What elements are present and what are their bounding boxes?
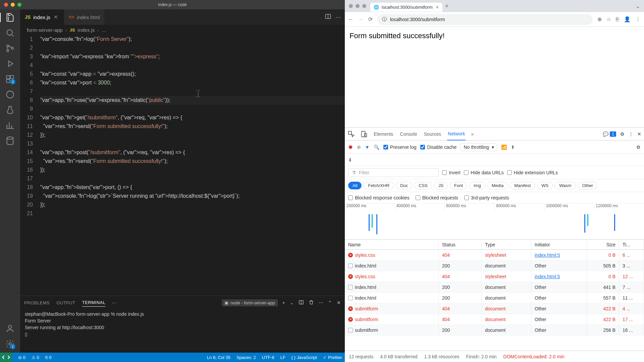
run-debug-icon[interactable] <box>5 59 15 68</box>
code-line[interactable] <box>40 174 345 183</box>
chart-icon[interactable] <box>5 121 15 130</box>
code-editor[interactable]: 123456789101112131415161718192021 "var">… <box>20 35 345 296</box>
close-icon[interactable]: ✕ <box>337 300 341 305</box>
download-icon[interactable]: ⎘ <box>616 16 619 22</box>
code-line[interactable]: "var">console."fn">log("str">`Server run… <box>40 192 345 200</box>
reload-button[interactable]: ⟳ <box>368 16 373 22</box>
code-line[interactable]: "kw">const "var">app = "var">express(); <box>40 70 345 78</box>
chevron-up-icon[interactable]: ⌃ <box>328 300 332 305</box>
tab-console[interactable]: Console <box>399 128 418 140</box>
bookmark-icon[interactable]: ☆ <box>606 16 611 22</box>
network-timeline[interactable]: 200000 ms400000 ms600000 ms800000 ms1000… <box>345 203 644 240</box>
status-errors[interactable]: ⊘ 0 <box>18 355 25 360</box>
disable-cache-checkbox[interactable]: Disable cache <box>420 144 457 150</box>
code-line[interactable] <box>40 105 345 113</box>
col-type[interactable]: Type <box>482 240 531 249</box>
status-cursor[interactable]: Ln 8, Col 35 <box>207 355 230 360</box>
code-line[interactable]: "var">app."fn">post("/submitform", ("var… <box>40 148 345 157</box>
remote-icon[interactable] <box>5 90 15 99</box>
network-row[interactable]: submitform 200 document Other 256 B 16 .… <box>345 325 644 336</box>
code-line[interactable]: "var">console."fn">log("Form Server"); <box>40 35 345 44</box>
status-encoding[interactable]: UTF-8 <box>262 355 274 360</box>
panel-tab-problems[interactable]: PROBLEMS <box>24 299 50 307</box>
type-filter-all[interactable]: All <box>348 182 362 189</box>
preserve-log-checkbox[interactable]: Preserve log <box>383 144 417 150</box>
back-button[interactable]: ← <box>348 16 354 22</box>
code-line[interactable]: "var">app."fn">get("/submitform", ("var"… <box>40 113 345 122</box>
code-line[interactable]: "kw">const "var">port = 3000; <box>40 78 345 87</box>
close-icon[interactable]: ✕ <box>435 5 439 10</box>
more-tabs-icon[interactable]: » <box>471 131 474 137</box>
close-window-icon[interactable] <box>349 4 353 8</box>
type-filter-fetch/xhr[interactable]: Fetch/XHR <box>364 182 394 189</box>
code-line[interactable]: "kw">import "var">express "kw">from "">e… <box>40 52 345 61</box>
col-name[interactable]: Name <box>345 240 439 249</box>
search-icon[interactable]: 🔍 <box>374 144 379 150</box>
terminal[interactable]: stephan@MacBook-Pro form-server-app % no… <box>20 309 345 353</box>
browser-tab[interactable]: 🌐 localhost:3000/submitform ✕ <box>370 3 442 12</box>
address-bar[interactable]: ⓘ localhost:3000/submitform <box>377 14 593 25</box>
download-har-icon[interactable]: ⬇ <box>348 157 352 163</box>
breadcrumb[interactable]: form-server-app › JS index.js › ... <box>20 25 345 35</box>
status-eol[interactable]: LF <box>280 355 285 360</box>
hide-extension-urls-checkbox[interactable]: Hide extension URLs <box>507 170 558 175</box>
minimize-window-icon[interactable] <box>11 3 15 7</box>
profile-icon[interactable]: 👤 <box>624 16 631 22</box>
record-button[interactable] <box>348 145 353 149</box>
filter-toggle-icon[interactable]: ▼ <box>365 144 370 150</box>
menu-icon[interactable]: ⋮ <box>635 16 641 22</box>
third-party-checkbox[interactable]: 3rd-party requests <box>464 195 509 200</box>
close-window-icon[interactable] <box>4 3 8 7</box>
type-filter-css[interactable]: CSS <box>414 182 432 189</box>
source-control-icon[interactable] <box>5 44 15 53</box>
tab-index-html[interactable]: <> index.html <box>64 9 105 25</box>
clear-icon[interactable]: ⊘ <box>357 144 361 150</box>
code-line[interactable] <box>40 61 345 70</box>
inspect-icon[interactable] <box>347 130 355 138</box>
type-filter-doc[interactable]: Doc <box>396 182 412 189</box>
status-prettier[interactable]: ✓ Prettier <box>323 355 342 360</box>
forward-button[interactable]: → <box>358 16 364 22</box>
code-line[interactable] <box>40 44 345 52</box>
tab-network[interactable]: Network <box>447 128 466 140</box>
code-line[interactable]: "var">res."fn">send("Form submitted succ… <box>40 122 345 131</box>
code-line[interactable]: "var">app."fn">listen("var">port, () => … <box>40 183 345 192</box>
type-filter-other[interactable]: Other <box>578 182 598 189</box>
tab-elements[interactable]: Elements <box>373 128 394 140</box>
status-warnings[interactable]: ⚠ 0 <box>32 355 39 360</box>
network-row[interactable]: index.html 200 document Other 441 B 7 ..… <box>345 282 644 293</box>
chevron-down-icon[interactable]: ⌄ <box>290 300 294 305</box>
network-row[interactable]: index.html 200 document Other 505 B 3 ..… <box>345 260 644 271</box>
network-row[interactable]: ✕submitform 404 document Other 422 B 4 .… <box>345 303 644 314</box>
filter-input[interactable]: ⚗ Filter <box>348 168 439 177</box>
terminal-selector[interactable]: ▣ node - form-server-app <box>222 299 278 306</box>
code-line[interactable] <box>40 209 345 218</box>
code-line[interactable] <box>40 87 345 96</box>
col-time[interactable]: Ti... <box>619 240 644 249</box>
split-terminal-icon[interactable] <box>299 300 304 306</box>
explorer-icon[interactable] <box>5 13 15 22</box>
more-icon[interactable]: ⋯ <box>319 300 323 305</box>
code-line[interactable]: "var">res."fn">send("Form submitted succ… <box>40 157 345 166</box>
hide-data-urls-checkbox[interactable]: Hide data URLs <box>464 170 504 175</box>
settings-icon[interactable]: 1 <box>5 339 15 349</box>
network-row[interactable]: ✕submitform 404 document Other 422 B 17 … <box>345 314 644 325</box>
more-icon[interactable]: ⋯ <box>112 300 116 305</box>
extensions-icon[interactable]: 3 <box>5 74 15 84</box>
network-conditions-icon[interactable]: 📶 <box>501 144 507 150</box>
split-editor-icon[interactable] <box>325 13 331 21</box>
type-filter-wasm[interactable]: Wasm <box>555 182 576 189</box>
col-size[interactable]: Size <box>587 240 619 249</box>
close-icon[interactable]: ✕ <box>637 131 641 137</box>
panel-tab-terminal[interactable]: TERMINAL <box>82 299 106 307</box>
type-filter-js[interactable]: JS <box>434 182 448 189</box>
status-lang[interactable]: { } JavaScript <box>291 355 317 360</box>
type-filter-ws[interactable]: WS <box>537 182 553 189</box>
code-line[interactable]: }); <box>40 200 345 209</box>
device-icon[interactable] <box>360 130 368 138</box>
new-tab-button[interactable]: + <box>445 3 449 10</box>
network-row[interactable]: ✕styles.css 404 stylesheet index.html:5 … <box>345 271 644 282</box>
minimize-window-icon[interactable] <box>356 4 360 8</box>
type-filter-media[interactable]: Media <box>487 182 508 189</box>
network-settings-icon[interactable]: ⚙ <box>636 144 641 150</box>
